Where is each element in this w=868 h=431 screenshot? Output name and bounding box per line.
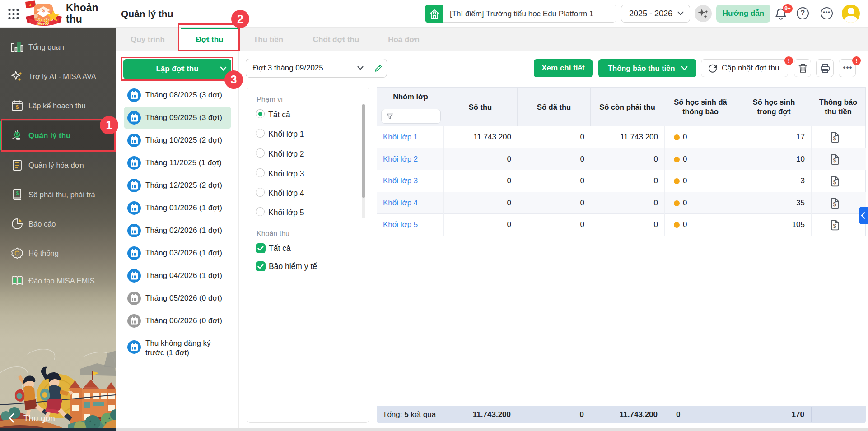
svg-text:2.9: 2.9 xyxy=(37,17,49,27)
svg-text:$: $ xyxy=(16,104,19,110)
svg-text:$: $ xyxy=(42,8,45,13)
svg-text:$: $ xyxy=(833,201,836,208)
svg-text:$: $ xyxy=(833,135,836,142)
svg-text:$: $ xyxy=(16,191,19,196)
svg-text:$: $ xyxy=(833,157,836,164)
svg-text:$: $ xyxy=(833,222,836,229)
svg-text:$: $ xyxy=(833,179,836,185)
svg-text:★: ★ xyxy=(28,3,32,7)
svg-text:Thu gọn: Thu gọn xyxy=(23,413,55,423)
